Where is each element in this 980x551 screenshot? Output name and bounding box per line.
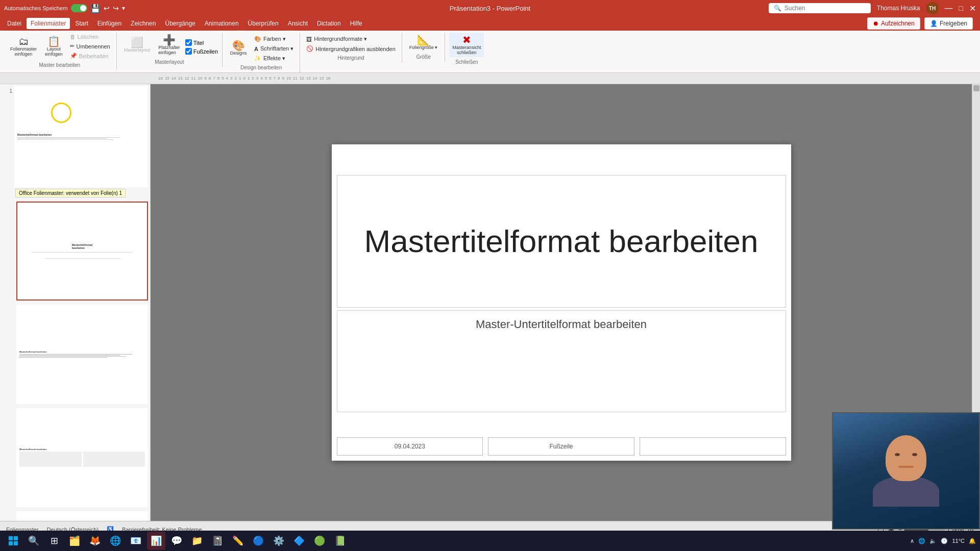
schriftarten-button[interactable]: A Schriftarten ▾ [252,44,296,53]
checkbox-titel[interactable]: Titel [185,39,218,46]
record-button[interactable]: ⏺ Aufzeichnen [867,17,920,30]
masterlayout-button[interactable]: ⬜ Masterlayout [121,35,154,55]
footer-right-box[interactable] [640,437,786,456]
hintergrundgrafiken-icon: 🚫 [306,45,313,52]
slide-thumb-container-4: Mastertitelformat bearbeiten [16,408,148,508]
slide-thumb-inner-2: Mastertitelformatbearbeiten [17,203,147,300]
search-input[interactable] [785,5,861,12]
clock-icon[interactable]: 🕐 [941,538,948,544]
effekte-button[interactable]: ✨ Effekte ▾ [252,54,296,63]
start-button[interactable] [4,532,22,550]
slide-thumb-5[interactable]: Mastertitelformat bearbeiten [16,511,148,521]
taskview-btn[interactable]: ⊞ [45,532,63,550]
menu-item-folienmaster[interactable]: Folienmaster [27,18,70,29]
slide-subtitle-box[interactable]: Master-Untertitelformat bearbeiten [337,310,786,412]
powerpoint-btn[interactable]: 📊 [147,532,165,550]
hintergrundformate-button[interactable]: 🖼 Hintergrundformate ▾ [304,35,398,43]
masteransicht-schliessen-button[interactable]: ✖ Masteransichtschließen [449,33,484,57]
outlook-btn[interactable]: 📧 [127,532,145,550]
minimize-btn[interactable]: — [945,4,953,13]
ribbon-group-masterlayout: ⬜ Masterlayout ➕ Platzhaltereinfügen Tit… [117,33,223,67]
redo-icon[interactable]: ↪ [113,4,119,12]
menu-item-hilfe[interactable]: Hilfe [346,18,366,29]
search-bar[interactable]: 🔍 [769,3,871,13]
thumb3-line4 [19,357,107,358]
ribbon-group-label-masterlayout: Masterlayout [155,59,184,65]
webcam-video [833,413,979,529]
slide-panel[interactable]: 1 Mastertitelformat bearbeiten Office Fo… [0,84,151,521]
user-name: Thomas Hruska [877,5,920,12]
app10-btn[interactable]: ✏️ [229,532,247,550]
menu-item-ansicht[interactable]: Ansicht [284,18,312,29]
slide-thumb-inner-1: Mastertitelformat bearbeiten [15,87,147,186]
slide-subtitle-text: Master-Untertitelformat bearbeiten [476,318,647,331]
thumb4-col2 [83,452,145,467]
beibehalten-button[interactable]: 📌 Beibehalten [68,52,112,60]
slide-thumb-inner-3: Mastertitelformat bearbeiten [17,306,147,403]
maximize-btn[interactable]: □ [959,4,963,12]
farben-button[interactable]: 🎨 Farben ▾ [252,35,296,43]
chrome-btn[interactable]: 🌐 [106,532,125,550]
platzhalter-icon: ➕ [163,35,176,45]
slide-thumb-1[interactable]: Mastertitelformat bearbeiten Office Foli… [14,86,148,187]
menu-item-datei[interactable]: Datei [3,18,26,29]
footer-middle: Fußzeile [550,443,573,450]
slide-thumb-2[interactable]: Mastertitelformatbearbeiten [16,202,148,301]
layout-einfuegen-button[interactable]: 📋 Layouteinfügen [42,34,66,59]
explorer-btn[interactable]: 🗂️ [65,532,84,550]
schliessen-icon: ✖ [462,35,471,45]
menu-item-uebergaenge[interactable]: Übergänge [161,18,199,29]
user-avatar[interactable]: TH [926,2,939,14]
checkbox-group: Titel Fußzeilen [185,35,218,55]
hintergrundgrafiken-button[interactable]: 🚫 Hintergrundgrafiken ausblenden [304,44,398,53]
browser-btn[interactable]: 🦊 [86,532,104,550]
search-taskbar-btn[interactable]: 🔍 [24,532,43,550]
menu-item-dictation[interactable]: Dictation [313,18,345,29]
app11-btn[interactable]: 🔵 [249,532,267,550]
notification-btn[interactable]: 🔔 [969,538,976,544]
footer-date: 09.04.2023 [395,443,425,450]
checkbox-fusszeilen[interactable]: Fußzeilen [185,48,218,55]
excel-btn[interactable]: 📗 [331,532,349,550]
folienmaster-einfuegen-button[interactable]: 🗂 Folienmastereinfügen [7,34,40,59]
slide-canvas[interactable]: Mastertitelformat bearbeiten Master-Unte… [332,144,791,461]
slide-thumb-3[interactable]: Mastertitelformat bearbeiten [16,305,148,404]
save-icon[interactable]: 💾 [90,4,101,13]
app8-btn[interactable]: 📁 [188,532,206,550]
app14-btn[interactable]: 🟢 [310,532,329,550]
ribbon-right-actions: ⏺ Aufzeichnen 👤 Freigeben [867,17,977,30]
scrollbar-up[interactable] [973,85,979,91]
titlebar-left: Automatisches Speichern 💾 ↩ ↪ ▾ [4,4,125,13]
menu-item-zeichnen[interactable]: Zeichnen [127,18,160,29]
teams-btn[interactable]: 💬 [167,532,186,550]
share-button[interactable]: 👤 Freigeben [924,17,973,30]
designs-button[interactable]: 🎨 Designs [227,38,250,58]
schriftarten-icon: A [254,46,258,52]
umbenennen-button[interactable]: ✏ Umbenennen [68,42,112,51]
taskbar-chevron[interactable]: ∧ [910,538,914,544]
app12-btn[interactable]: ⚙️ [270,532,288,550]
menu-item-ueberpruefen[interactable]: Überprüfen [244,18,283,29]
foliengroesse-button[interactable]: 📐 Foliengröße ▾ [406,33,441,52]
app13-btn[interactable]: 🔷 [290,532,308,550]
network-icon[interactable]: 🌐 [918,538,925,544]
footer-middle-box[interactable]: Fußzeile [488,437,634,456]
footer-date-box[interactable]: 09.04.2023 [337,437,483,456]
volume-icon[interactable]: 🔈 [929,538,937,544]
close-btn[interactable]: ✕ [969,4,976,13]
menu-item-einfuegen[interactable]: Einfügen [93,18,126,29]
slide-thumb-container-1: 1 Mastertitelformat bearbeiten Office Fo… [2,86,148,187]
slide-thumb-4[interactable]: Mastertitelformat bearbeiten [16,408,148,508]
loeschen-button[interactable]: 🗑 Löschen [68,33,112,41]
menu-item-start[interactable]: Start [71,18,92,29]
quick-access-more[interactable]: ▾ [122,5,125,12]
onenote-btn[interactable]: 📓 [208,532,227,550]
webcam-overlay [832,412,980,530]
autosave-toggle[interactable] [71,4,87,12]
platzhalter-einfuegen-button[interactable]: ➕ Platzhaltereinfügen [155,33,183,57]
undo-icon[interactable]: ↩ [104,4,110,12]
slide-title-box[interactable]: Mastertitelformat bearbeiten [337,175,786,308]
taskbar: 🔍 ⊞ 🗂️ 🦊 🌐 📧 📊 💬 📁 📓 ✏️ 🔵 ⚙️ 🔷 🟢 📗 ∧ 🌐 🔈… [0,531,980,551]
thumb2-line [44,258,120,259]
menu-item-animationen[interactable]: Animationen [201,18,243,29]
